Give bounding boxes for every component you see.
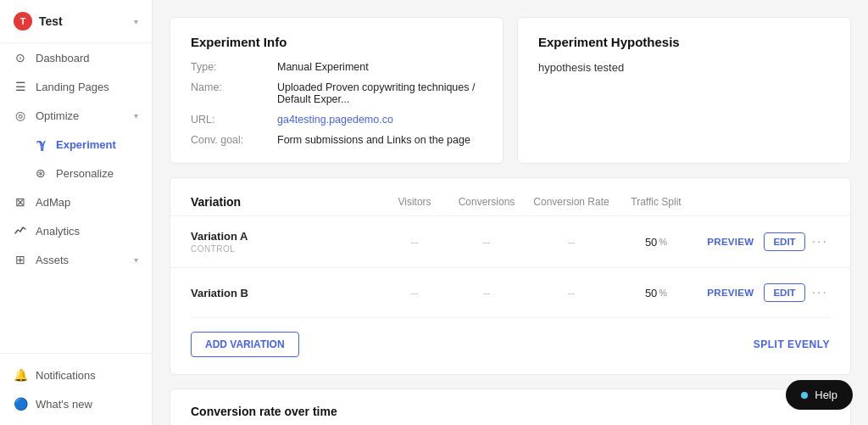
help-dot-icon	[801, 392, 808, 399]
variation-col-headers: Visitors Conversions Conversion Rate Tra…	[360, 196, 830, 208]
sidebar-item-label: Notifications	[36, 369, 96, 382]
variation-a-split: 50 %	[618, 236, 694, 249]
info-value-type: Manual Experiment	[277, 61, 369, 73]
variation-b-split: 50 %	[618, 287, 694, 299]
conversion-title: Conversion rate over time	[191, 405, 337, 418]
variation-b-preview-button[interactable]: PREVIEW	[702, 284, 759, 301]
variation-b-conversions: --	[448, 287, 525, 299]
sidebar-item-label: What's new	[36, 398, 92, 411]
hypothesis-text: hypothesis tested	[538, 61, 830, 74]
info-label-name: Name:	[191, 81, 267, 93]
sidebar-item-label: Analytics	[36, 225, 80, 238]
info-table: Type: Manual Experiment Name: Uploaded P…	[191, 61, 482, 146]
variation-b-name: Variation B	[191, 287, 360, 299]
col-visitors-label: Visitors	[381, 196, 448, 208]
variation-a-name: Variation A	[191, 230, 360, 243]
sidebar-item-label: Landing Pages	[36, 81, 109, 93]
dashboard-icon: ⊙	[14, 51, 27, 64]
sidebar-item-admap[interactable]: ⊠ AdMap	[0, 187, 152, 216]
sidebar-item-analytics[interactable]: Analytics	[0, 216, 152, 245]
help-button[interactable]: Help	[786, 380, 853, 410]
experiment-icon: ℽ	[34, 137, 47, 151]
sidebar-item-label: Assets	[36, 254, 69, 266]
variation-a-data: -- -- -- 50 % PREVIEW EDIT ···	[360, 231, 830, 253]
variation-a-sub: CONTROL	[191, 244, 360, 254]
assets-icon: ⊞	[14, 253, 27, 266]
info-value-url[interactable]: ga4testing.pagedemo.co	[277, 114, 393, 126]
variation-a-edit-button[interactable]: EDIT	[764, 232, 804, 251]
sidebar-nav: ⊙ Dashboard ☰ Landing Pages ◎ Optimize ▾…	[0, 43, 152, 353]
variation-b-more-button[interactable]: ···	[810, 282, 830, 304]
hypothesis-title: Experiment Hypothesis	[538, 35, 830, 49]
variation-b-data: -- -- -- 50 % PREVIEW EDIT ···	[360, 282, 830, 304]
variation-a-more-button[interactable]: ···	[810, 231, 830, 253]
info-row: Experiment Info Type: Manual Experiment …	[170, 17, 851, 164]
variation-footer: ADD VARIATION SPLIT EVENLY	[191, 317, 830, 357]
variation-a-conversions: --	[448, 236, 525, 249]
variation-a-rate: --	[525, 236, 618, 249]
sidebar-item-label: Dashboard	[36, 52, 90, 64]
logo-chevron-icon: ▾	[134, 17, 138, 26]
variation-b-split-pct: %	[659, 288, 667, 298]
sidebar-item-landing-pages[interactable]: ☰ Landing Pages	[0, 72, 152, 101]
col-split-label: Traffic Split	[618, 196, 694, 208]
table-row: Variation B -- -- -- 50 % PREVIEW EDIT ·…	[191, 268, 830, 317]
main-content: Experiment Info Type: Manual Experiment …	[153, 0, 868, 425]
info-label-goal: Conv. goal:	[191, 134, 267, 146]
variation-table-header: Variation Visitors Conversions Conversio…	[191, 195, 830, 209]
variation-b-visitors: --	[381, 287, 448, 299]
split-evenly-button[interactable]: SPLIT EVENLY	[754, 338, 830, 350]
analytics-icon	[14, 224, 27, 238]
sidebar-bottom: 🔔 Notifications 🔵 What's new	[0, 353, 152, 425]
variation-a-split-num: 50	[645, 236, 657, 249]
info-value-goal: Form submissions and Links on the page	[277, 134, 470, 146]
sidebar: T Test ▾ ⊙ Dashboard ☰ Landing Pages ◎ O…	[0, 0, 153, 425]
info-row-goal: Conv. goal: Form submissions and Links o…	[191, 134, 482, 146]
col-conversions-label: Conversions	[448, 196, 525, 208]
variation-b-split-num: 50	[645, 287, 657, 299]
experiment-info-card: Experiment Info Type: Manual Experiment …	[170, 17, 504, 164]
variation-a-name-block: Variation A CONTROL	[191, 230, 360, 254]
assets-chevron-icon: ▾	[134, 255, 138, 265]
sidebar-item-whats-new[interactable]: 🔵 What's new	[0, 389, 152, 418]
help-label: Help	[815, 389, 837, 401]
optimize-icon: ◎	[14, 109, 27, 122]
table-row: Variation A CONTROL -- -- -- 50 % PREVIE…	[191, 216, 830, 267]
info-label-url: URL:	[191, 114, 267, 126]
add-variation-button[interactable]: ADD VARIATION	[191, 332, 299, 357]
variation-a-split-pct: %	[659, 237, 667, 247]
variation-b-actions: PREVIEW EDIT ···	[694, 282, 830, 304]
conversion-card: Conversion rate over time	[170, 389, 851, 425]
sidebar-item-dashboard[interactable]: ⊙ Dashboard	[0, 43, 152, 72]
info-value-name: Uploaded Proven copywriting techniques /…	[277, 81, 482, 105]
variation-title: Variation	[191, 195, 360, 209]
variation-b-name-block: Variation B	[191, 287, 360, 299]
sidebar-item-label: AdMap	[36, 196, 70, 209]
sidebar-item-label: Optimize	[36, 109, 79, 122]
admap-icon: ⊠	[14, 195, 27, 209]
logo-icon: T	[14, 12, 32, 31]
sidebar-item-notifications[interactable]: 🔔 Notifications	[0, 361, 152, 389]
sidebar-item-label: Experiment	[56, 138, 116, 151]
sidebar-item-label: Personalize	[56, 167, 114, 180]
logo-text: Test	[39, 14, 63, 28]
landing-pages-icon: ☰	[14, 80, 27, 93]
sidebar-logo[interactable]: T Test ▾	[0, 0, 152, 43]
variation-a-preview-button[interactable]: PREVIEW	[702, 233, 759, 250]
sidebar-item-optimize[interactable]: ◎ Optimize ▾	[0, 101, 152, 130]
sidebar-item-assets[interactable]: ⊞ Assets ▾	[0, 245, 152, 274]
sidebar-item-personalize[interactable]: ⊛ Personalize	[0, 159, 152, 187]
whats-new-icon: 🔵	[14, 397, 27, 411]
info-row-type: Type: Manual Experiment	[191, 61, 482, 73]
info-label-type: Type:	[191, 61, 267, 73]
info-row-url: URL: ga4testing.pagedemo.co	[191, 114, 482, 126]
experiment-hypothesis-card: Experiment Hypothesis hypothesis tested	[517, 17, 851, 164]
variations-card: Variation Visitors Conversions Conversio…	[170, 177, 851, 375]
variation-a-actions: PREVIEW EDIT ···	[694, 231, 830, 253]
optimize-chevron-icon: ▾	[134, 111, 138, 120]
sidebar-item-experiment[interactable]: ℽ Experiment	[0, 130, 152, 159]
col-rate-label: Conversion Rate	[525, 196, 618, 208]
variation-b-rate: --	[525, 287, 618, 299]
variation-b-edit-button[interactable]: EDIT	[764, 283, 804, 302]
experiment-info-title: Experiment Info	[191, 35, 482, 49]
